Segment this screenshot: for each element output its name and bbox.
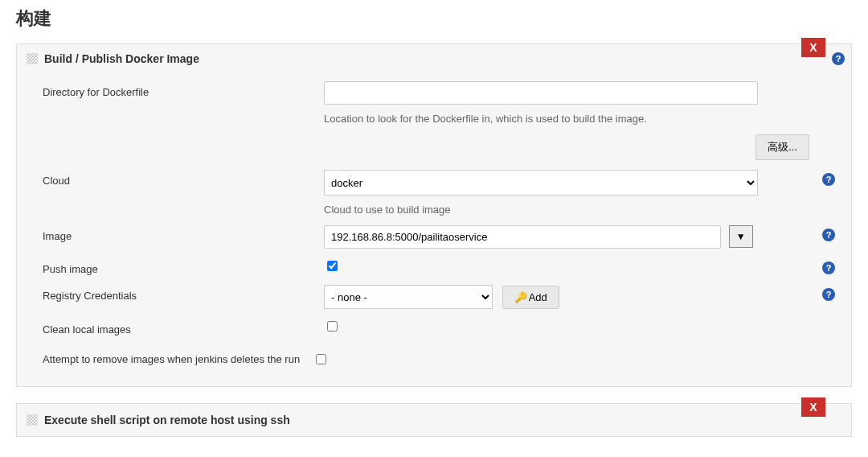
advanced-button[interactable]: 高级... [755, 134, 809, 160]
key-icon: 🔑 [514, 291, 526, 303]
help-icon[interactable]: ? [822, 173, 835, 186]
drag-handle-icon[interactable] [27, 53, 38, 64]
docker-build-section: X ? Build / Publish Docker Image Directo… [16, 43, 852, 387]
attempt-remove-label: Attempt to remove images when jenkins de… [43, 353, 300, 365]
directory-input[interactable] [324, 81, 758, 105]
page-title: 构建 [16, 6, 858, 31]
ssh-exec-section: X Execute shell script on remote host us… [16, 403, 852, 437]
push-image-checkbox[interactable] [327, 261, 338, 271]
add-credentials-button[interactable]: 🔑 Add [502, 286, 559, 309]
cloud-label: Cloud [27, 170, 324, 187]
help-icon[interactable]: ? [822, 261, 835, 274]
directory-label: Directory for Dockerfile [27, 81, 324, 98]
help-icon[interactable]: ? [822, 288, 835, 301]
registry-credentials-select[interactable]: - none - [324, 285, 493, 309]
push-image-label: Push image [27, 258, 324, 275]
registry-credentials-label: Registry Credentials [27, 285, 324, 302]
cloud-select[interactable]: docker [324, 170, 758, 196]
drag-handle-icon[interactable] [27, 414, 38, 426]
cloud-help-text: Cloud to use to build image [324, 204, 809, 216]
directory-help-text: Location to look for the Dockerfile in, … [324, 113, 809, 125]
section-title-ssh: Execute shell script on remote host usin… [44, 414, 290, 426]
clean-local-label: Clean local images [27, 319, 324, 336]
add-credentials-label: Add [529, 291, 547, 303]
attempt-remove-checkbox[interactable] [316, 354, 326, 364]
image-expand-button[interactable]: ▼ [729, 225, 753, 248]
image-label: Image [27, 225, 324, 242]
clean-local-checkbox[interactable] [327, 321, 338, 331]
help-icon[interactable]: ? [822, 228, 835, 241]
section-title-docker: Build / Publish Docker Image [44, 52, 199, 65]
image-input[interactable] [324, 225, 721, 249]
